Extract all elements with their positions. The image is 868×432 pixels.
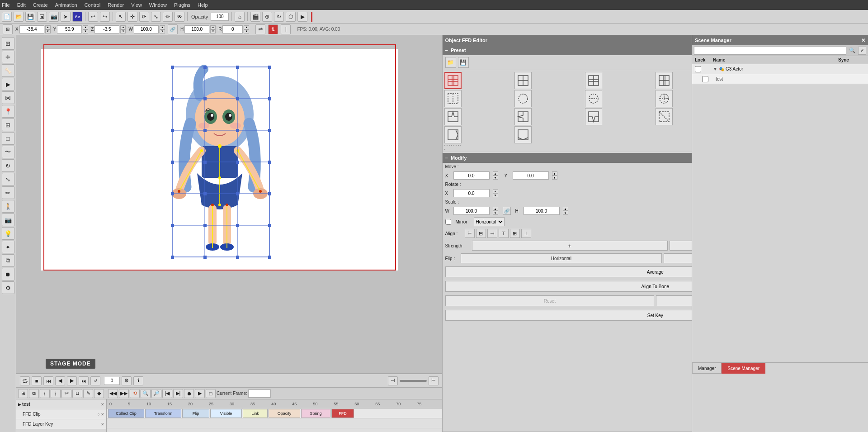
stop-btn[interactable]: ■ xyxy=(32,376,42,385)
opacity-input[interactable] xyxy=(211,13,229,21)
clip-flip[interactable]: Flip xyxy=(182,409,209,418)
save-as-btn[interactable]: 🖫 xyxy=(37,12,47,22)
scale-w-up[interactable]: ▲ xyxy=(493,207,498,211)
tool-bone[interactable]: 🦴 xyxy=(2,64,14,77)
mirror-btn[interactable]: ⬡ xyxy=(286,12,296,22)
rotate-btn[interactable]: ⟳ xyxy=(139,12,149,22)
scene-search-input[interactable] xyxy=(694,47,846,55)
flip-v-icon[interactable]: ⮁ xyxy=(268,24,278,34)
align-right-btn[interactable]: ⊣ xyxy=(487,229,497,238)
x-spin[interactable]: ▲▼ xyxy=(45,25,51,33)
align-center-v-btn[interactable]: ⊞ xyxy=(510,229,520,238)
align-center-h-btn[interactable]: ⊟ xyxy=(476,229,486,238)
current-frame-value[interactable] xyxy=(248,389,271,398)
preset-cell-18[interactable] xyxy=(444,126,462,143)
tl-record-btn[interactable]: ⏺ xyxy=(184,389,194,398)
tl-zoom-out-btn[interactable]: 🔍 xyxy=(141,389,151,398)
tool-light[interactable]: 💡 xyxy=(2,227,14,240)
preset-cell-20[interactable]: • • • • • • • • • xyxy=(444,144,462,150)
loop-range-btn[interactable]: ⤾ xyxy=(90,376,100,385)
tool-move[interactable]: ✛ xyxy=(2,51,14,63)
tool-rotate[interactable]: ↻ xyxy=(2,159,14,172)
track-close-ffd-layer[interactable]: ✕ xyxy=(101,422,104,427)
tab-manager[interactable]: Manager xyxy=(692,363,722,374)
move-y-up[interactable]: ▲ xyxy=(552,171,557,176)
preset-cell-6[interactable] xyxy=(444,90,462,107)
preset-cell-2[interactable] xyxy=(585,72,602,89)
menu-view[interactable]: View xyxy=(131,2,142,8)
mirror-dropdown[interactable]: Horizontal Vertical xyxy=(474,217,505,226)
canvas-area[interactable]: STAGE MODE ⮔ ■ ⏮ ◀ ▶ ⏭ ⤾ ⚙ ℹ ⊣ xyxy=(16,35,442,432)
save-btn[interactable]: 💾 xyxy=(25,12,35,22)
track-del-ffd[interactable]: ✕ xyxy=(101,412,104,417)
export-btn[interactable]: ➤ xyxy=(61,12,71,22)
rotate-x-input[interactable] xyxy=(453,189,490,197)
track-close-ffd[interactable]: ○ xyxy=(98,412,100,417)
tool-deform[interactable]: ⋈ xyxy=(2,91,14,104)
clip-opacity[interactable]: Opacity xyxy=(269,409,300,418)
clip-transform[interactable]: Transform xyxy=(145,409,181,418)
z-spin[interactable]: ▲▼ xyxy=(120,25,126,33)
menu-file[interactable]: File xyxy=(2,2,10,8)
camera-btn[interactable]: 🎬 xyxy=(250,12,260,22)
tool-grid[interactable]: ⊞ xyxy=(2,119,14,131)
mirror-checkbox[interactable] xyxy=(445,219,451,225)
menu-window[interactable]: Window xyxy=(149,2,167,8)
menu-create[interactable]: Create xyxy=(33,2,48,8)
scale-h-down[interactable]: ▼ xyxy=(563,211,568,215)
tool-walk[interactable]: 🚶 xyxy=(2,200,14,213)
tl-play2-btn[interactable]: ▶ xyxy=(195,389,205,398)
menu-render[interactable]: Render xyxy=(108,2,124,8)
timeline-scroll[interactable] xyxy=(400,380,427,382)
w-input[interactable] xyxy=(134,25,159,33)
info-btn[interactable]: ℹ xyxy=(133,376,143,385)
x-input[interactable] xyxy=(19,25,44,33)
tl-prev-btn[interactable]: ◀◀ xyxy=(108,389,118,398)
next-frame-btn[interactable]: ▶ xyxy=(67,376,77,385)
r-spin[interactable]: ▲▼ xyxy=(244,25,249,33)
track-close-test[interactable]: ✕ xyxy=(101,402,104,407)
tl-merge-btn[interactable]: ⊔ xyxy=(72,389,82,398)
move-y-down[interactable]: ▼ xyxy=(552,176,557,180)
clip-spring[interactable]: Spring xyxy=(301,409,330,418)
preset-load-btn[interactable]: 📁 xyxy=(445,57,456,68)
prev-frame-btn[interactable]: ◀ xyxy=(55,376,65,385)
flip-h-icon[interactable]: ⮂ xyxy=(255,24,265,34)
move-y-input[interactable] xyxy=(513,171,549,180)
w-spin[interactable]: ▲▼ xyxy=(160,25,165,33)
bone-btn[interactable]: ⊕ xyxy=(262,12,272,22)
g3actor-lock-checkbox[interactable] xyxy=(695,66,701,72)
tl-key-btn[interactable]: ◆ xyxy=(94,389,104,398)
timeline-range-end[interactable]: ⊢ xyxy=(429,376,439,385)
menu-animation[interactable]: Animation xyxy=(55,2,77,8)
tl-add-btn[interactable]: ⊞ xyxy=(18,389,28,398)
preset-cell-14[interactable] xyxy=(585,108,602,125)
preset-cell-8[interactable] xyxy=(585,90,602,107)
align-bottom-btn[interactable]: ⊥ xyxy=(521,229,531,238)
loop-btn[interactable]: ⮔ xyxy=(20,376,30,385)
timeline-range-start[interactable]: ⊣ xyxy=(388,376,398,385)
modify-collapse-btn[interactable]: − xyxy=(445,155,448,161)
capture-btn[interactable]: 📷 xyxy=(49,12,59,22)
tl-next-btn[interactable]: ▶▶ xyxy=(119,389,129,398)
reset-view-btn[interactable]: ⌂ xyxy=(235,12,245,22)
preset-save-btn[interactable]: 💾 xyxy=(458,57,469,68)
tab-scene-manager[interactable]: Scene Manager xyxy=(722,363,765,374)
tl-group-btn[interactable]: ⧉ xyxy=(29,389,39,398)
scale-link-icon[interactable]: 🔗 xyxy=(503,207,511,215)
frame-input[interactable] xyxy=(104,377,120,385)
ae-btn[interactable]: Ae xyxy=(72,12,82,22)
tool-curve[interactable]: 〜 xyxy=(2,146,14,158)
rotate2-btn[interactable]: ↻ xyxy=(274,12,284,22)
tl-marker1-btn[interactable]: |◀ xyxy=(162,389,172,398)
y-input[interactable] xyxy=(57,25,82,33)
menu-help[interactable]: Help xyxy=(198,2,208,8)
test-lock-checkbox[interactable] xyxy=(702,76,708,82)
tl-paste-btn[interactable]: ⧙ xyxy=(51,389,61,398)
select-btn[interactable]: ↖ xyxy=(116,12,126,22)
scale-h-up[interactable]: ▲ xyxy=(563,207,568,211)
preset-cell-1[interactable] xyxy=(514,72,532,89)
tool-sketch[interactable]: ✏ xyxy=(2,186,14,199)
tool-select[interactable]: ⊞ xyxy=(2,37,14,50)
clip-link[interactable]: Link xyxy=(243,409,268,418)
